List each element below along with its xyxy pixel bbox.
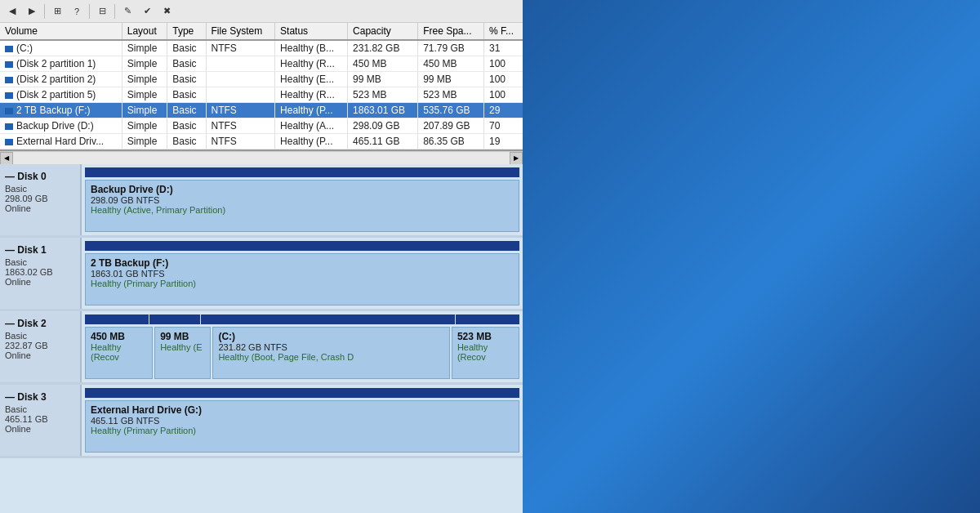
partition-tiles: Backup Drive (D:) 298.09 GB NTFS Healthy…: [85, 180, 519, 232]
disk-size: 465.11 GB: [5, 414, 75, 424]
partition-tile[interactable]: Backup Drive (D:) 298.09 GB NTFS Healthy…: [85, 180, 519, 232]
cell-pct: 29: [483, 103, 523, 118]
partition-tile[interactable]: 523 MB Healthy (Recov: [452, 327, 519, 379]
col-status[interactable]: Status: [275, 23, 348, 40]
cell-type: Basic: [167, 56, 206, 72]
disk-status: Online: [5, 424, 75, 434]
partition-tile[interactable]: 450 MB Healthy (Recov: [85, 327, 153, 379]
cell-type: Basic: [167, 118, 206, 134]
volume-table-wrapper: Volume Layout Type File System Status Ca…: [0, 23, 523, 151]
partition-name: 450 MB: [91, 331, 147, 342]
disk-name: — Disk 2: [5, 318, 75, 329]
scroll-right-arrow[interactable]: ▶: [510, 152, 523, 165]
cell-free: 450 MB: [418, 56, 484, 72]
cell-free: 523 MB: [418, 87, 484, 103]
toolbar-cancel-btn[interactable]: ✖: [158, 2, 176, 20]
partition-tile[interactable]: 99 MB Healthy (E: [154, 327, 211, 379]
cell-fs: NTFS: [206, 118, 275, 134]
partition-status: Healthy (Boot, Page File, Crash D: [218, 352, 443, 362]
cell-capacity: 465.11 GB: [348, 134, 418, 149]
cell-capacity: 1863.01 GB: [348, 103, 418, 118]
partition-bar-row: [85, 241, 519, 251]
partition-name: 2 TB Backup (F:): [91, 257, 514, 269]
disk-name: — Disk 3: [5, 391, 75, 403]
table-row[interactable]: (C:) Simple Basic NTFS Healthy (B... 231…: [0, 40, 523, 56]
disk-size: 1863.02 GB: [5, 267, 75, 277]
partition-name: (C:): [218, 331, 443, 342]
cell-status: Healthy (R...: [275, 87, 348, 103]
disk-partitions-3: External Hard Drive (G:) 465.11 GB NTFS …: [82, 385, 523, 456]
table-row[interactable]: (Disk 2 partition 1) Simple Basic Health…: [0, 56, 523, 72]
toolbar-help-btn[interactable]: ?: [68, 2, 86, 20]
partition-status: Healthy (Recov: [91, 342, 147, 362]
col-filesystem[interactable]: File System: [206, 23, 275, 40]
cell-capacity: 450 MB: [348, 56, 418, 72]
table-row[interactable]: External Hard Driv... Simple Basic NTFS …: [0, 134, 523, 149]
col-capacity[interactable]: Capacity: [348, 23, 418, 40]
col-volume[interactable]: Volume: [0, 23, 122, 40]
partition-bar-row: [85, 314, 519, 324]
cell-capacity: 99 MB: [348, 72, 418, 87]
disk-partitions-2: 450 MB Healthy (Recov 99 MB Healthy (E (…: [82, 311, 523, 382]
disk-row-1: — Disk 1 Basic 1863.02 GB Online 2 TB Ba…: [0, 238, 523, 311]
scroll-left-arrow[interactable]: ◀: [0, 152, 13, 165]
col-layout[interactable]: Layout: [122, 23, 167, 40]
table-row[interactable]: (Disk 2 partition 5) Simple Basic Health…: [0, 87, 523, 103]
cell-layout: Simple: [122, 87, 167, 103]
cell-type: Basic: [167, 134, 206, 149]
bar-segment: [456, 314, 519, 324]
partition-tile[interactable]: (C:) 231.82 GB NTFS Healthy (Boot, Page …: [212, 327, 449, 379]
partition-name: 99 MB: [160, 331, 205, 342]
cell-type: Basic: [167, 72, 206, 87]
cell-fs: NTFS: [206, 134, 275, 149]
disk-panels-area: — Disk 0 Basic 298.09 GB Online Backup D…: [0, 164, 523, 513]
partition-name: External Hard Drive (G:): [91, 404, 514, 416]
disk-type: Basic: [5, 184, 75, 194]
cell-layout: Simple: [122, 118, 167, 134]
toolbar-back-btn[interactable]: ◀: [3, 2, 21, 20]
disk-icon: [5, 46, 13, 52]
toolbar-separator-2: [89, 4, 90, 19]
cell-volume: 2 TB Backup (F:): [0, 103, 122, 118]
cell-free: 86.35 GB: [418, 134, 484, 149]
bar-segment: [85, 241, 519, 251]
disk-row-3: — Disk 3 Basic 465.11 GB Online External…: [0, 385, 523, 458]
horizontal-scrollbar[interactable]: ◀ ▶: [0, 151, 523, 164]
cell-volume: Backup Drive (D:): [0, 118, 122, 134]
disk-management-panel: ◀ ▶ ⊞ ? ⊟ ✎ ✔ ✖ Volume Layout Type File …: [0, 0, 523, 513]
partition-tile[interactable]: 2 TB Backup (F:) 1863.01 GB NTFS Healthy…: [85, 253, 519, 306]
table-row[interactable]: (Disk 2 partition 2) Simple Basic Health…: [0, 72, 523, 87]
col-freespace[interactable]: Free Spa...: [418, 23, 484, 40]
toolbar-edit-btn[interactable]: ✎: [118, 2, 136, 20]
bar-segment: [85, 167, 519, 177]
toolbar-minus-btn[interactable]: ⊟: [93, 2, 111, 20]
table-row[interactable]: 2 TB Backup (F:) Simple Basic NTFS Healt…: [0, 103, 523, 118]
col-pctfree[interactable]: % F...: [483, 23, 523, 40]
bar-segment: [85, 388, 519, 398]
toolbar-confirm-btn[interactable]: ✔: [138, 2, 156, 20]
cell-pct: 100: [483, 56, 523, 72]
cell-free: 71.79 GB: [418, 40, 484, 56]
col-type[interactable]: Type: [167, 23, 206, 40]
toolbar-view-btn[interactable]: ⊞: [48, 2, 66, 20]
partition-status: Healthy (Active, Primary Partition): [91, 205, 514, 215]
cell-pct: 31: [483, 40, 523, 56]
disk-row-0: — Disk 0 Basic 298.09 GB Online Backup D…: [0, 164, 523, 238]
disk-partitions-0: Backup Drive (D:) 298.09 GB NTFS Healthy…: [82, 164, 523, 235]
cell-layout: Simple: [122, 40, 167, 56]
cell-free: 207.89 GB: [418, 118, 484, 134]
partition-tiles: 2 TB Backup (F:) 1863.01 GB NTFS Healthy…: [85, 253, 519, 306]
scroll-track[interactable]: [13, 153, 510, 164]
cell-status: Healthy (A...: [275, 118, 348, 134]
table-row[interactable]: Backup Drive (D:) Simple Basic NTFS Heal…: [0, 118, 523, 134]
partition-tiles: External Hard Drive (G:) 465.11 GB NTFS …: [85, 400, 519, 453]
partition-tile[interactable]: External Hard Drive (G:) 465.11 GB NTFS …: [85, 400, 519, 453]
toolbar-forward-btn[interactable]: ▶: [23, 2, 41, 20]
cell-type: Basic: [167, 103, 206, 118]
disk-name: — Disk 0: [5, 171, 75, 182]
disk-type: Basic: [5, 257, 75, 267]
cell-capacity: 523 MB: [348, 87, 418, 103]
disk-type: Basic: [5, 331, 75, 341]
disk-label-0: — Disk 0 Basic 298.09 GB Online: [0, 164, 82, 235]
partition-name: Backup Drive (D:): [91, 184, 514, 195]
